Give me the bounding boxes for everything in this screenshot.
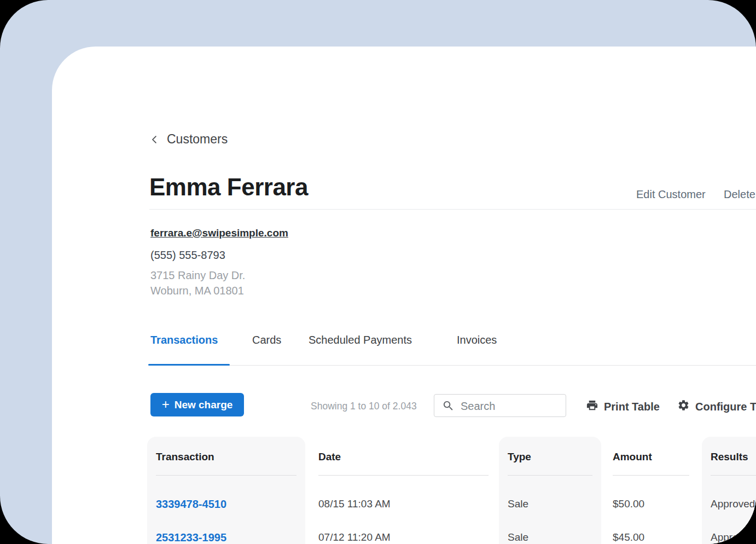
- customer-phone: (555) 555-8793: [150, 249, 225, 262]
- type-cell: Sale: [508, 498, 528, 510]
- header-divider: [149, 209, 756, 210]
- tab-invoices[interactable]: Invoices: [457, 334, 497, 346]
- transaction-id-link[interactable]: 2531233-1995: [156, 531, 226, 544]
- configure-table-view-label: Configure Table View: [695, 401, 756, 413]
- results-cell: Approved: [711, 531, 755, 543]
- configure-table-view-button[interactable]: Configure Table View: [677, 399, 756, 414]
- tab-cards[interactable]: Cards: [252, 334, 281, 346]
- tab-scheduled-payments[interactable]: Scheduled Payments: [309, 334, 412, 346]
- customer-address-line2: Woburn, MA 01801: [150, 285, 244, 297]
- column-header-underline: [613, 475, 689, 476]
- column-header-date: Date: [318, 451, 341, 463]
- page-title: Emma Ferrara: [149, 173, 308, 201]
- column-amount: Amount $50.00 $45.00 $150.00: [613, 437, 689, 544]
- plus-icon: +: [162, 398, 170, 411]
- column-results: Results Approved Approved Approved: [702, 437, 756, 544]
- customer-detail-card: Customers Emma Ferrara Edit Customer Del…: [52, 47, 756, 544]
- column-header-results: Results: [711, 451, 748, 463]
- chevron-left-icon: [148, 134, 160, 146]
- date-cell: 07/12 11:20 AM: [318, 531, 391, 543]
- app-frame: Customers Emma Ferrara Edit Customer Del…: [0, 0, 756, 544]
- print-table-button[interactable]: Print Table: [586, 399, 660, 414]
- amount-cell: $45.00: [613, 531, 644, 543]
- results-cell: Approved: [711, 498, 755, 510]
- customer-email-link[interactable]: ferrara.e@swipesimple.com: [150, 227, 288, 239]
- amount-cell: $50.00: [613, 498, 644, 510]
- print-table-label: Print Table: [604, 401, 660, 413]
- customer-address-line1: 3715 Rainy Day Dr.: [150, 269, 245, 282]
- breadcrumb-label: Customers: [167, 132, 228, 147]
- date-cell: 08/15 11:03 AM: [318, 498, 391, 510]
- column-header-underline: [156, 475, 296, 476]
- new-charge-label: New charge: [175, 399, 233, 411]
- tab-transactions[interactable]: Transactions: [150, 334, 218, 346]
- column-header-amount: Amount: [613, 451, 652, 463]
- active-tab-indicator: [148, 364, 230, 366]
- breadcrumb-back[interactable]: Customers: [148, 132, 228, 147]
- pagination-summary: Showing 1 to 10 of 2.043: [311, 401, 417, 412]
- transaction-id-link[interactable]: 3339478-4510: [156, 498, 226, 511]
- type-cell: Sale: [508, 531, 528, 543]
- column-type: Type Sale Sale Sale: [499, 437, 601, 544]
- column-date: Date 08/15 11:03 AM 07/12 11:20 AM 06/16…: [318, 437, 489, 544]
- column-header-underline: [318, 475, 489, 476]
- gear-icon: [677, 399, 690, 414]
- column-header-transaction: Transaction: [156, 451, 214, 463]
- edit-customer-link[interactable]: Edit Customer: [636, 188, 706, 201]
- column-header-type: Type: [508, 451, 531, 463]
- column-header-underline: [508, 475, 592, 476]
- column-header-underline: [711, 475, 756, 476]
- column-transaction: Transaction 3339478-4510 2531233-1995 81…: [147, 437, 305, 544]
- new-charge-button[interactable]: + New charge: [150, 393, 244, 416]
- search-input[interactable]: [460, 395, 563, 418]
- tabs-divider: [149, 365, 756, 366]
- search-box[interactable]: [434, 394, 566, 417]
- printer-icon: [586, 399, 598, 414]
- delete-customer-link[interactable]: Delete Customer: [724, 188, 756, 201]
